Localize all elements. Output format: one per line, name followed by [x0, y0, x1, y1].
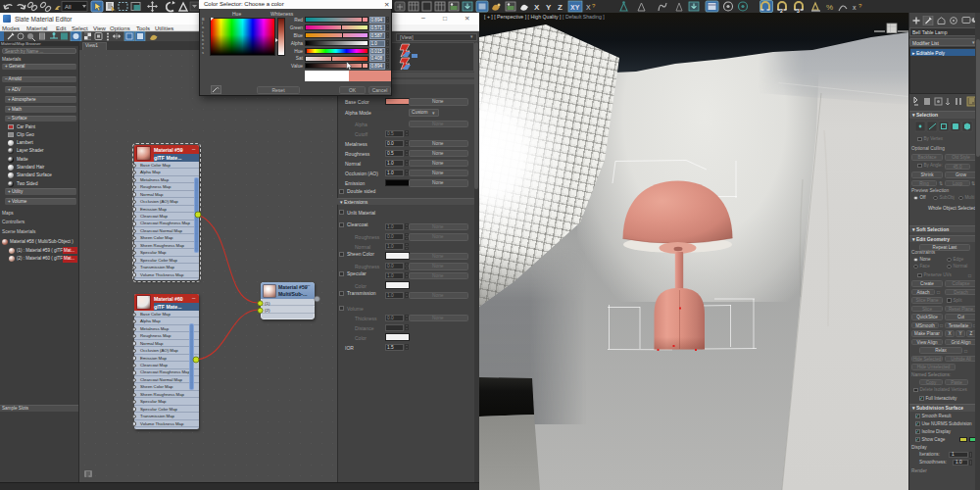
svg-text:Z: Z [558, 3, 563, 12]
svg-text:x: x [853, 4, 857, 11]
svg-text:Y: Y [546, 3, 552, 12]
svg-text:X: X [534, 3, 540, 12]
svg-text:XY: XY [570, 4, 580, 11]
svg-text:All: All [65, 4, 72, 10]
svg-text:%: % [826, 3, 833, 12]
svg-text:X: X [586, 4, 591, 11]
